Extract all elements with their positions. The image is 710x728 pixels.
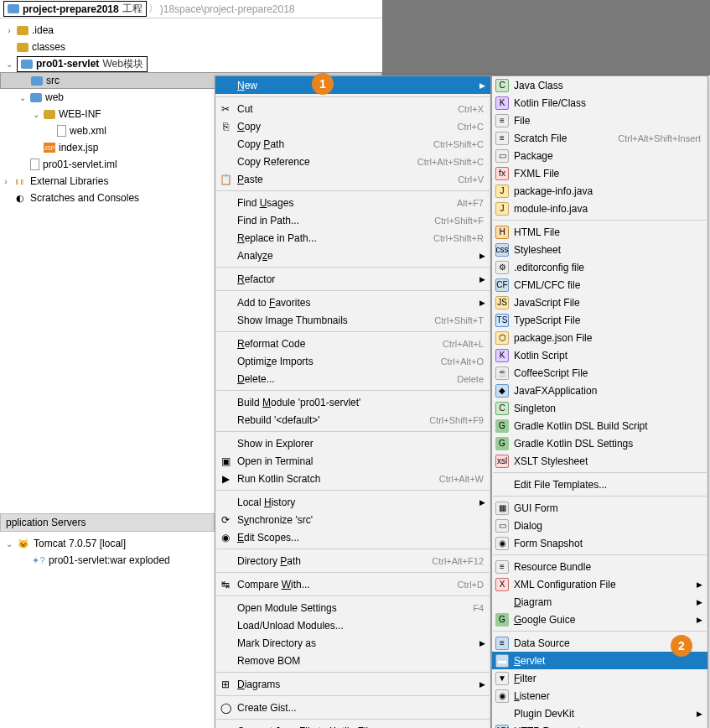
submenu-item[interactable]: ≡File — [492, 112, 707, 129]
menu-item-icon: fx — [495, 167, 509, 180]
tree-item-classes[interactable]: classes — [0, 39, 382, 55]
tree-item-idea[interactable]: ›.idea — [0, 22, 382, 39]
submenu-item[interactable]: ◉Form Snapshot — [492, 534, 707, 552]
submenu-item[interactable]: TSTypeScript File — [492, 311, 707, 329]
context-menu-item[interactable]: ⎘CopyCtrl+C — [215, 117, 490, 135]
submenu-item[interactable]: KKotlin Script — [492, 346, 707, 364]
submenu-item[interactable]: Jmodule-info.java — [492, 200, 707, 217]
context-menu-item[interactable]: Reformat CodeCtrl+Alt+L — [215, 335, 490, 352]
submenu-item[interactable]: ▭Package — [492, 147, 707, 164]
submenu-item[interactable]: ▼Filter — [492, 669, 707, 687]
menu-item-shortcut: Ctrl+Shift+F — [434, 216, 484, 226]
menu-item-icon: CF — [495, 278, 509, 292]
submenu-item[interactable]: cssStylesheet — [492, 241, 707, 258]
scratches-icon: ◐ — [13, 191, 27, 205]
submenu-item[interactable]: CJava Class — [492, 76, 707, 94]
context-menu-item[interactable]: Directory PathCtrl+Alt+F12 — [215, 552, 490, 569]
context-menu-item[interactable]: ◉Edit Scopes... — [215, 528, 490, 546]
context-menu-item[interactable]: ✂CutCtrl+X — [215, 100, 490, 117]
menu-item-label: TypeScript File — [514, 315, 580, 326]
menu-item-label: Resource Bundle — [514, 561, 591, 573]
submenu-item[interactable]: Jpackage-info.java — [492, 182, 707, 200]
context-menu-item[interactable]: Mark Directory as▶ — [215, 634, 490, 652]
submenu-item[interactable]: Edit File Templates... — [492, 476, 707, 493]
submenu-item[interactable]: XXML Configuration File▶ — [492, 575, 707, 593]
context-menu-item[interactable]: ▣Open in Terminal — [215, 452, 490, 470]
context-menu-item[interactable]: Find UsagesAlt+F7 — [215, 194, 490, 211]
context-menu-item[interactable]: ⊞Diagrams▶ — [215, 675, 490, 693]
submenu-item[interactable]: ☕CoffeeScript File — [492, 364, 707, 382]
context-menu-item[interactable]: Delete...Delete — [215, 370, 490, 387]
context-menu-item[interactable]: Refactor▶ — [215, 270, 490, 288]
context-menu-item[interactable]: ◯Create Gist... — [215, 699, 490, 716]
context-menu-item[interactable]: Add to Favorites▶ — [215, 294, 490, 311]
menu-item-label: Form Snapshot — [514, 538, 583, 549]
submenu-item[interactable]: ≡Resource Bundle — [492, 558, 707, 575]
menu-item-shortcut: Ctrl+Alt+L — [443, 339, 484, 349]
submenu-item[interactable]: GGradle Kotlin DSL Build Script — [492, 417, 707, 434]
breadcrumb-project[interactable]: project-prepare2018 工程 — [3, 1, 147, 17]
menu-item-label: JavaScript File — [514, 297, 580, 309]
submenu-item[interactable]: GGoogle Guice▶ — [492, 611, 707, 628]
submenu-item[interactable]: ◆JavaFXApplication — [492, 382, 707, 399]
submenu-item[interactable]: JSJavaScript File — [492, 294, 707, 311]
submenu-item[interactable]: GGradle Kotlin DSL Settings — [492, 434, 707, 452]
server-artifact[interactable]: ✦?pro01-servlet:war exploded — [0, 552, 215, 569]
context-menu-item[interactable]: New▶ — [215, 76, 490, 94]
menu-item-label: Diagram — [514, 596, 552, 608]
context-menu-item[interactable]: ⟳Synchronize 'src' — [215, 511, 490, 528]
context-menu-item[interactable]: Convert Java File to Kotlin FileCtrl+Alt… — [215, 722, 490, 728]
submenu-item[interactable]: HHTML File — [492, 223, 707, 241]
tomcat-icon: 🐱 — [17, 537, 30, 550]
menu-item-label: Rebuild '<default>' — [237, 414, 320, 426]
menu-item-label: Refactor — [237, 273, 275, 285]
context-menu-item[interactable]: Show in Explorer — [215, 434, 490, 452]
context-menu-item[interactable]: Remove BOM — [215, 652, 490, 669]
submenu-item[interactable]: ▦GUI Form — [492, 499, 707, 517]
context-menu-item[interactable]: ▶Run Kotlin ScratchCtrl+Alt+W — [215, 470, 490, 487]
context-menu-item[interactable]: 📋PasteCtrl+V — [215, 170, 490, 188]
menu-item-label: Synchronize 'src' — [237, 514, 313, 526]
submenu-item[interactable]: APIHTTP Request — [492, 722, 707, 728]
context-menu-item[interactable]: Open Module SettingsF4 — [215, 599, 490, 616]
menu-item-icon: G — [495, 419, 509, 433]
menu-item-label: Replace in Path... — [237, 232, 317, 244]
context-menu-item[interactable]: Replace in Path...Ctrl+Shift+R — [215, 229, 490, 247]
context-menu-item[interactable]: Build Module 'pro01-servlet' — [215, 393, 490, 411]
menu-item-shortcut: Delete — [457, 374, 484, 384]
context-menu-item[interactable]: Optimize ImportsCtrl+Alt+O — [215, 352, 490, 370]
submenu-item[interactable]: ≡Scratch FileCtrl+Alt+Shift+Insert — [492, 129, 707, 147]
menu-item-label: XML Configuration File — [514, 579, 616, 590]
submenu-item[interactable]: ⬡package.json File — [492, 329, 707, 346]
server-tomcat[interactable]: ⌄🐱Tomcat 7.0.57 [local] — [0, 535, 215, 552]
submenu-item[interactable]: ⚙.editorconfig file — [492, 258, 707, 276]
context-menu-item[interactable]: ↹Compare With...Ctrl+D — [215, 575, 490, 593]
submenu-item[interactable]: Diagram▶ — [492, 593, 707, 611]
menu-item-label: Singleton — [514, 403, 556, 414]
submenu-item[interactable]: ▭Dialog — [492, 517, 707, 534]
menu-item-label: HTML File — [514, 226, 560, 238]
context-menu-item[interactable]: Copy ReferenceCtrl+Alt+Shift+C — [215, 153, 490, 170]
submenu-item[interactable]: CSingleton — [492, 399, 707, 417]
menu-item-icon: ⚙ — [495, 261, 509, 274]
menu-item-icon: K — [495, 349, 509, 362]
submenu-item[interactable]: ◉Listener — [492, 687, 707, 705]
context-menu-item[interactable]: Load/Unload Modules... — [215, 616, 490, 634]
menu-item-shortcut: Ctrl+Alt+O — [441, 356, 484, 367]
context-menu-item[interactable]: Show Image ThumbnailsCtrl+Shift+T — [215, 311, 490, 329]
menu-item-label: Stylesheet — [514, 244, 561, 256]
submenu-item[interactable]: CFCFML/CFC file — [492, 276, 707, 294]
context-menu-item[interactable]: Analyze▶ — [215, 247, 490, 264]
tree-item-module[interactable]: ⌄ pro01-servlet Web模块 — [0, 55, 382, 72]
submenu-item[interactable]: fxFXML File — [492, 164, 707, 182]
submenu-item[interactable]: KKotlin File/Class — [492, 94, 707, 112]
callout-badge-2: 2 — [671, 635, 692, 657]
submenu-item[interactable]: Plugin DevKit▶ — [492, 705, 707, 722]
submenu-item[interactable]: xslXSLT Stylesheet — [492, 452, 707, 470]
context-menu-item[interactable]: Copy PathCtrl+Shift+C — [215, 135, 490, 153]
context-menu-item[interactable]: Local History▶ — [215, 493, 490, 511]
context-menu-item[interactable]: Rebuild '<default>'Ctrl+Shift+F9 — [215, 411, 490, 429]
context-menu-item[interactable]: Find in Path...Ctrl+Shift+F — [215, 211, 490, 229]
folder-icon — [30, 93, 42, 102]
menu-item-label: CFML/CFC file — [514, 279, 580, 291]
